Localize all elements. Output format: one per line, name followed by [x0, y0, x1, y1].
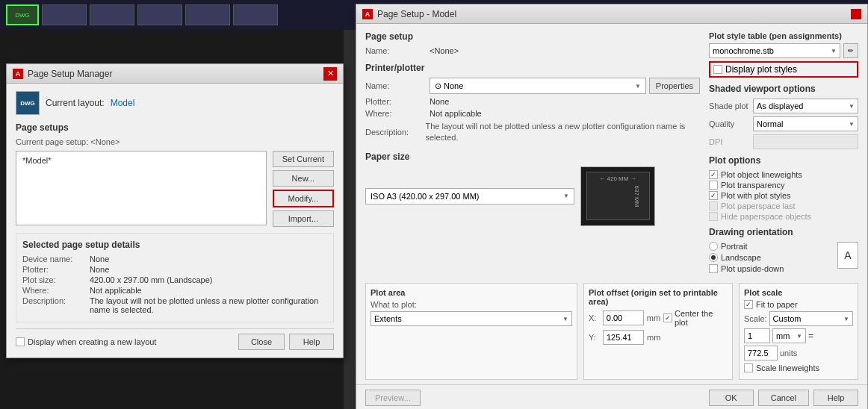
quality-dropdown[interactable]: Normal ▼ [753, 116, 858, 131]
what-to-plot-arrow: ▼ [562, 316, 568, 322]
psm-footer-buttons: Close Help [238, 334, 334, 350]
scale-dropdown[interactable]: Custom ▼ [769, 311, 853, 326]
scale-input-2[interactable] [744, 346, 778, 360]
center-plot-checkbox[interactable] [663, 313, 672, 322]
y-label: Y: [589, 333, 600, 342]
scale-unit-arrow-1: ▼ [796, 333, 802, 340]
plotter-label: Plotter: [22, 265, 90, 274]
psm-current-layout-row: DWG Current layout: Model [16, 91, 334, 115]
description-label-ps: Description: [365, 128, 421, 137]
plot-size-label: Plot size: [22, 275, 90, 284]
scale-unit-2: units [780, 349, 797, 358]
scale-unit-dropdown-1[interactable]: mm ▼ [772, 328, 806, 343]
printer-name-row: Name: ⊙ None ▼ Properties [365, 78, 700, 94]
psm-close-footer-button[interactable]: Close [238, 334, 285, 350]
orientation-layout: Portrait Landscape Plot upside-down A [709, 242, 858, 275]
quality-value: Normal [757, 119, 783, 128]
set-current-button[interactable]: Set Current [273, 151, 334, 167]
plot-with-styles-label: Plot with plot styles [721, 191, 791, 200]
scale-label: Scale: [744, 314, 767, 323]
plot-paperspace-last-checkbox[interactable] [709, 202, 718, 210]
shade-plot-dropdown[interactable]: As displayed ▼ [753, 99, 858, 113]
plot-transparency-checkbox[interactable] [709, 181, 718, 190]
scale-input-1[interactable] [744, 328, 770, 343]
taskbar-btn-3[interactable] [137, 4, 182, 25]
psm-help-button[interactable]: Help [289, 334, 334, 350]
fit-to-paper-row: Fit to paper [744, 300, 853, 309]
scale-lineweights-row: Scale lineweights [744, 363, 853, 372]
import-button[interactable]: Import... [273, 210, 334, 227]
list-item-model[interactable]: *Model* [19, 154, 263, 166]
ps-title-left: A Page Setup - Model [362, 9, 456, 19]
portrait-row: Portrait [709, 242, 784, 251]
paper-size-arrow: ▼ [563, 193, 569, 199]
plotter-value: None [90, 265, 327, 274]
psm-list[interactable]: *Model* [16, 151, 267, 225]
display-plot-styles-checkbox[interactable] [713, 65, 722, 74]
psm-list-area: *Model* Set Current New... Modify... Imp… [16, 151, 334, 227]
printer-dropdown-value: ⊙ None [435, 81, 463, 91]
modify-button[interactable]: Modify... [273, 190, 334, 207]
paper-dim-vertical: 637 MM [633, 185, 640, 207]
plot-style-dropdown[interactable]: monochrome.stb ▼ [709, 43, 840, 58]
cancel-button[interactable]: Cancel [758, 390, 809, 406]
what-to-plot-dropdown[interactable]: Extents ▼ [371, 311, 572, 326]
printer-dropdown-arrow: ▼ [635, 83, 641, 90]
paper-preview: ← 420 MM → 637 MM [580, 166, 655, 226]
where-row: Where: Not applicable [22, 286, 327, 295]
portrait-radio[interactable] [709, 242, 718, 251]
ps-help-button[interactable]: Help [813, 390, 858, 406]
ps-main-content: Page setup Name: <None> Printer/plotter … [356, 24, 867, 283]
plot-size-value: 420.00 x 297.00 mm (Landscape) [90, 275, 327, 284]
x-input[interactable]: 0.00 [603, 310, 644, 325]
paper-size-value: ISO A3 (420.00 x 297.00 MM) [371, 192, 480, 201]
scale-lineweights-checkbox[interactable] [744, 363, 753, 372]
landscape-row: Landscape [709, 253, 784, 262]
x-unit: mm [647, 313, 660, 322]
description-row: Description: The layout will not be plot… [22, 296, 327, 314]
ps-bottom-section: Plot area What to plot: Extents ▼ Plot o… [356, 283, 867, 384]
plotter-value-ps: None [430, 97, 449, 106]
plot-upside-down-checkbox[interactable] [709, 264, 718, 273]
display-plot-styles-row: Display plot styles [709, 61, 858, 78]
ok-button[interactable]: OK [709, 390, 754, 406]
properties-button[interactable]: Properties [649, 78, 700, 94]
hide-paperspace-checkbox[interactable] [709, 212, 718, 221]
equals-sign: = [808, 331, 813, 341]
printer-section-title: Printer/plotter [365, 63, 700, 73]
plot-scale-box: Plot scale Fit to paper Scale: Custom ▼ … [739, 283, 858, 380]
taskbar-btn-4[interactable] [185, 4, 230, 25]
display-when-creating-checkbox[interactable] [16, 337, 25, 346]
shaded-viewport-section: Shaded viewport options Shade plot As di… [709, 84, 858, 149]
quality-row: Quality Normal ▼ [709, 116, 858, 131]
page-setup-section-title: Page setup [365, 31, 700, 42]
taskbar-btn-5[interactable] [233, 4, 278, 25]
plot-style-header: Plot style table (pen assignments) [709, 31, 858, 40]
fit-to-paper-checkbox[interactable] [744, 300, 753, 309]
taskbar-btn-2[interactable] [90, 4, 134, 25]
y-input[interactable]: 125.41 [603, 330, 644, 345]
psm-close-button[interactable]: ✕ [323, 67, 337, 81]
quality-arrow: ▼ [849, 121, 855, 128]
orientation-page-icon: A [837, 242, 858, 269]
paper-size-section: Paper size ISO A3 (420.00 x 297.00 MM) ▼… [365, 152, 700, 226]
paper-size-dropdown[interactable]: ISO A3 (420.00 x 297.00 MM) ▼ [365, 188, 574, 204]
dpi-label: DPI [709, 137, 750, 146]
taskbar-btn-1[interactable] [42, 4, 87, 25]
plot-with-styles-checkbox[interactable] [709, 191, 718, 200]
new-button[interactable]: New... [273, 170, 334, 187]
ps-autocad-icon: A [362, 9, 373, 19]
plot-style-edit-button[interactable]: ✏ [843, 43, 858, 58]
current-layout-link[interactable]: Model [111, 98, 135, 108]
preview-button[interactable]: Preview... [365, 390, 421, 406]
description-value: The layout will not be plotted unless a … [90, 296, 327, 314]
where-row-ps: Where: Not applicable [365, 109, 700, 118]
x-label: X: [589, 313, 600, 322]
device-name-row: Device name: None [22, 255, 327, 263]
psm-dwg-icon: DWG [16, 91, 40, 115]
landscape-radio[interactable] [709, 253, 718, 262]
paper-inner: ← 420 MM → 637 MM [586, 172, 650, 220]
printer-dropdown[interactable]: ⊙ None ▼ [430, 78, 646, 94]
plot-object-lineweights-checkbox[interactable] [709, 170, 718, 179]
y-row: Y: 125.41 mm [589, 330, 728, 345]
